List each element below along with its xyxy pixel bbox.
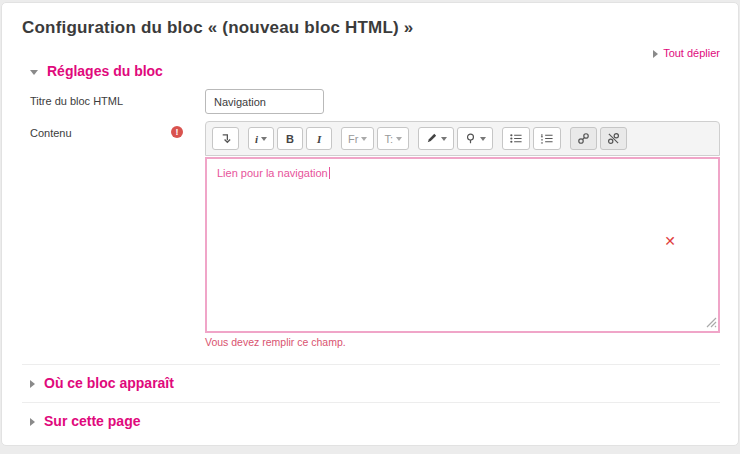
expand-all-label: Tout déplier <box>663 47 720 59</box>
toolbar-highlight-color-button[interactable] <box>457 127 493 150</box>
toolbar-link-button[interactable] <box>570 127 597 150</box>
caret-down-icon <box>361 137 367 141</box>
block-title-input[interactable] <box>205 89 324 114</box>
toolbar-ordered-list-button[interactable] <box>533 127 561 150</box>
page-title: Configuration du bloc « (nouveau bloc HT… <box>22 18 720 38</box>
unlink-icon <box>607 132 620 145</box>
section-where-label: Où ce bloc apparaît <box>44 375 174 391</box>
caret-down-icon <box>396 137 402 141</box>
toolbar-pen-color-button[interactable] <box>418 127 454 150</box>
required-exclamation-icon: ! <box>171 126 183 138</box>
caret-down-icon <box>480 137 486 141</box>
toolbar-font-family-button[interactable]: Fr <box>341 127 374 150</box>
toolbar-unordered-list-button[interactable] <box>502 127 530 150</box>
section-where-block-appears[interactable]: Où ce bloc apparaît <box>22 364 720 401</box>
chevron-down-icon <box>30 70 38 75</box>
content-field-label: Contenu <box>30 127 72 139</box>
section-block-settings[interactable]: Réglages du bloc <box>22 63 720 79</box>
resize-handle[interactable] <box>706 317 717 330</box>
error-x-icon: ✕ <box>664 233 676 249</box>
section-block-settings-label: Réglages du bloc <box>47 63 163 79</box>
chevron-right-icon <box>653 50 658 58</box>
editor-text: Lien pour la navigation <box>217 167 328 179</box>
form-card: Configuration du bloc « (nouveau bloc HT… <box>1 2 739 446</box>
toolbar-font-size-button[interactable]: T: <box>377 127 409 150</box>
toolbar-unlink-button[interactable] <box>600 127 627 150</box>
toolbar-bold-button[interactable]: B <box>277 127 303 150</box>
lightbulb-icon <box>464 132 477 145</box>
collapse-arrow-icon <box>219 132 232 145</box>
resize-grip-icon <box>706 317 717 328</box>
editor-toolbar: i B I Fr T: <box>205 121 720 156</box>
expand-all-link[interactable]: Tout déplier <box>653 47 720 59</box>
bullet-list-icon <box>509 132 523 145</box>
caret-down-icon <box>441 137 447 141</box>
caret-down-icon <box>261 137 267 141</box>
title-field-row: Titre du bloc HTML <box>22 89 720 114</box>
validation-error-message: Vous devez remplir ce champ. <box>205 336 720 348</box>
toolbar-styles-button[interactable]: i <box>248 127 274 150</box>
pen-icon <box>425 132 438 145</box>
chevron-right-icon <box>30 380 35 388</box>
title-field-label: Titre du bloc HTML <box>22 89 205 107</box>
numbered-list-icon <box>540 132 554 145</box>
editor-content-area[interactable]: Lien pour la navigation ✕ <box>205 157 720 333</box>
section-on-this-page[interactable]: Sur cette page <box>22 402 720 439</box>
chevron-right-icon <box>30 418 35 426</box>
text-cursor <box>329 167 330 179</box>
toolbar-italic-button[interactable]: I <box>306 127 332 150</box>
content-field-row: Contenu ! i B I Fr <box>22 121 720 348</box>
toolbar-collapse-button[interactable] <box>212 127 239 150</box>
expand-all-row: Tout déplier <box>22 47 720 59</box>
link-icon <box>577 132 590 145</box>
section-this-page-label: Sur cette page <box>44 413 140 429</box>
